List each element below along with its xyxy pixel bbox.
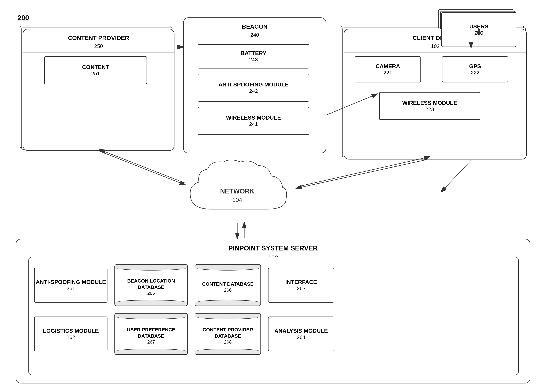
logistics-num: 262 [67,334,75,340]
content-db-box: CONTENT DATABASE 266 [195,264,261,306]
gps-title: GPS [469,63,481,70]
svg-line-12 [441,160,471,192]
client-wireless-box: WIRELESS MODULE 223 [379,92,480,120]
user-pref-db-title: USER PREFERENCE DATABASE [115,327,187,339]
cloud-svg: NETWORK 104 [176,157,298,223]
logistics-title: LOGISTICS MODULE [43,327,99,334]
analysis-box: ANALYSIS MODULE 264 [268,316,334,351]
camera-title: CAMERA [376,63,400,70]
interface-num: 263 [297,285,306,292]
client-device-box: CLIENT DEVICE 102 CAMERA 221 GPS 222 WIR… [344,29,527,159]
beacon-anti-spoofing-title: ANTI-SPOOFING MODULE [218,81,289,88]
camera-num: 221 [384,70,392,76]
cp-db-box: CONTENT PROVIDER DATABASE 268 [195,313,261,355]
pss-inner-box: ANTI-SPOOFING MODULE 261 BEACON LOCATION… [28,257,519,375]
diagram-label: 200 [17,14,29,22]
gps-box: GPS 222 [442,56,508,82]
client-wireless-num: 223 [425,106,434,112]
cp-db-title: CONTENT PROVIDER DATABASE [195,327,260,339]
svg-line-4 [99,151,185,185]
users-title: USERS [469,23,489,30]
pss-anti-spoofing-num: 261 [67,285,75,292]
pss-anti-spoofing-title: ANTI-SPOOFING MODULE [36,279,106,285]
pss-title: PINPOINT SYSTEM SERVER [16,244,530,252]
battery-num: 243 [249,56,258,63]
svg-line-6 [297,159,427,188]
beacon-wireless-box: WIRELESS MODULE 241 [198,107,309,135]
beacon-box: BEACON 240 BATTERY 243 ANTI-SPOOFING MOD… [183,17,326,153]
svg-line-5 [100,150,185,183]
analysis-num: 264 [297,334,306,340]
svg-line-7 [298,157,429,187]
cp-title: CONTENT PROVIDER [23,35,174,41]
interface-title: INTERFACE [285,279,317,285]
content-db-num: 266 [224,287,232,293]
network-title: NETWORK [220,188,255,195]
beacon-location-db-box: BEACON LOCATION DATABASE 265 [114,264,188,306]
pss-anti-spoofing-box: ANTI-SPOOFING MODULE 261 [34,268,108,303]
content-title: CONTENT [82,64,109,71]
beacon-wireless-num: 241 [249,121,258,127]
users-box: USERS 230 [441,12,516,47]
cp-num: 250 [23,43,174,49]
gps-num: 222 [471,70,479,76]
diagram: 200 CONTENT PROVIDER 250 CONTENT 251 BEA… [0,0,541,392]
battery-title: BATTERY [241,50,266,56]
pss-outer-box: PINPOINT SYSTEM SERVER 120 ANTI-SPOOFING… [16,239,530,383]
logistics-box: LOGISTICS MODULE 262 [34,316,108,351]
battery-box: BATTERY 243 [198,44,309,68]
content-box: CONTENT 251 [44,56,147,84]
network-cloud: NETWORK 104 [176,157,298,223]
user-pref-db-box: USER PREFERENCE DATABASE 267 [114,313,188,355]
content-provider-box: CONTENT PROVIDER 250 CONTENT 251 [23,29,174,151]
cp-db-num: 268 [224,339,232,345]
content-num: 251 [91,71,100,77]
content-db-title: CONTENT DATABASE [202,281,254,287]
camera-box: CAMERA 221 [355,56,421,82]
beacon-location-db-num: 265 [147,290,155,296]
beacon-location-db-title: BEACON LOCATION DATABASE [115,278,187,290]
beacon-anti-spoofing-num: 242 [249,88,258,94]
beacon-title: BEACON [184,23,326,30]
users-num: 230 [474,30,483,36]
user-pref-db-num: 267 [147,339,155,345]
network-num: 104 [232,196,242,203]
client-wireless-title: WIRELESS MODULE [402,100,457,106]
analysis-title: ANALYSIS MODULE [274,327,328,334]
beacon-wireless-title: WIRELESS MODULE [226,114,281,121]
interface-box: INTERFACE 263 [268,268,334,303]
beacon-num: 240 [184,32,326,38]
beacon-anti-spoofing-box: ANTI-SPOOFING MODULE 242 [198,74,309,102]
